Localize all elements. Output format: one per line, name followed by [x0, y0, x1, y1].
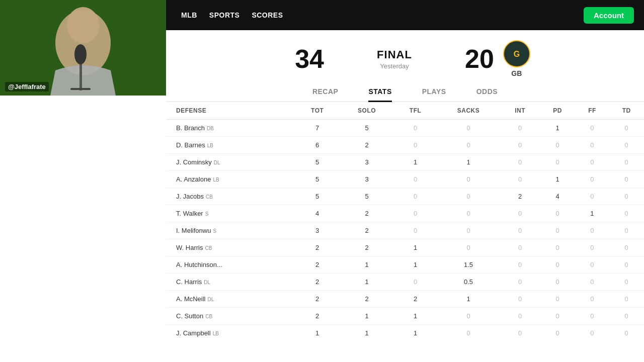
player-name: C. HarrisDL — [166, 274, 295, 291]
stat-cell: 0 — [540, 325, 576, 339]
stat-cell: 0 — [436, 222, 501, 239]
stat-cell: 5 — [339, 188, 394, 205]
table-row: B. BranchDB75000100 — [166, 120, 644, 137]
right-team-section: 20 G GB — [465, 40, 530, 77]
stat-cell: 0 — [394, 120, 436, 137]
defense-table: DEFENSE TOT SOLO TFL SACKS INT PD FF TD … — [166, 102, 644, 338]
stat-cell: 0 — [436, 188, 501, 205]
left-team-score: 34 — [280, 44, 324, 74]
stat-cell: 3 — [339, 171, 394, 188]
player-name: D. BarnesLB — [166, 137, 295, 154]
stat-cell: 0 — [609, 291, 644, 308]
stat-cell: 2 — [339, 291, 394, 308]
stat-cell: 0 — [501, 308, 540, 325]
stats-tabs: RECAP STATS PLAYS ODDS — [166, 82, 644, 102]
stat-cell: 0 — [436, 325, 501, 339]
stat-cell: 0 — [540, 154, 576, 171]
stat-cell: 0 — [394, 274, 436, 291]
stat-cell: 0 — [576, 308, 609, 325]
stat-cell: 0 — [609, 256, 644, 274]
tab-plays[interactable]: PLAYS — [422, 82, 446, 102]
score-center: FINAL Yesterday — [354, 48, 435, 70]
player-name: T. WalkerS — [166, 205, 295, 222]
col-tot: TOT — [295, 102, 339, 120]
col-pd: PD — [540, 102, 576, 120]
stat-cell: 2 — [501, 188, 540, 205]
stat-cell: 5 — [339, 120, 394, 137]
col-sacks: SACKS — [436, 102, 501, 120]
stat-cell: 0 — [609, 154, 644, 171]
stat-cell: 0 — [576, 120, 609, 137]
stat-cell: 0 — [609, 239, 644, 256]
stat-cell: 2 — [339, 222, 394, 239]
game-date: Yesterday — [354, 62, 435, 70]
stat-cell: 0 — [436, 137, 501, 154]
stat-cell: 0 — [501, 120, 540, 137]
player-name: A. McNeillDL — [166, 291, 295, 308]
tab-recap[interactable]: RECAP — [312, 82, 339, 102]
player-name: I. MelifonwuS — [166, 222, 295, 239]
nav-scores[interactable]: SCORES — [252, 11, 283, 19]
col-tfl: TFL — [394, 102, 436, 120]
stat-cell: 0 — [576, 154, 609, 171]
player-name: A. AnzaloneLB — [166, 171, 295, 188]
stat-cell: 0 — [540, 256, 576, 274]
stat-cell: 0 — [394, 188, 436, 205]
stat-cell: 0 — [540, 308, 576, 325]
stat-cell: 1 — [540, 120, 576, 137]
stat-cell: 2 — [295, 274, 339, 291]
person-silhouette — [0, 0, 166, 96]
stat-cell: 0 — [501, 154, 540, 171]
nav-mlb[interactable]: MLB — [181, 11, 197, 19]
player-name: C. SuttonCB — [166, 308, 295, 325]
stat-cell: 0 — [609, 274, 644, 291]
stat-cell: 0 — [576, 325, 609, 339]
table-row: C. SuttonCB21100000 — [166, 308, 644, 325]
stat-cell: 0 — [501, 171, 540, 188]
table-row: A. McNeillDL22210000 — [166, 291, 644, 308]
col-ff: FF — [576, 102, 609, 120]
stat-cell: 0 — [609, 120, 644, 137]
stat-cell: 2 — [339, 205, 394, 222]
stat-cell: 7 — [295, 120, 339, 137]
stat-cell: 0 — [436, 120, 501, 137]
stats-container: DEFENSE TOT SOLO TFL SACKS INT PD FF TD … — [166, 102, 644, 338]
svg-rect-5 — [70, 88, 91, 90]
streamer-username: @JeffIafrate — [5, 82, 49, 92]
stat-cell: 5 — [295, 154, 339, 171]
stat-cell: 0 — [436, 239, 501, 256]
stat-cell: 1 — [339, 308, 394, 325]
stat-cell: 0 — [394, 205, 436, 222]
stat-cell: 0 — [540, 137, 576, 154]
stat-cell: 0 — [609, 137, 644, 154]
stat-cell: 0 — [436, 308, 501, 325]
stat-cell: 0 — [609, 171, 644, 188]
stat-cell: 0 — [540, 274, 576, 291]
main-nav: MLB SPORTS SCORES — [181, 11, 283, 19]
stat-cell: 0 — [576, 188, 609, 205]
col-solo: SOLO — [339, 102, 394, 120]
stat-cell: 2 — [295, 308, 339, 325]
account-button[interactable]: Account — [584, 7, 634, 24]
stat-cell: 2 — [295, 239, 339, 256]
col-int: INT — [501, 102, 540, 120]
stat-cell: 1 — [540, 171, 576, 188]
game-status: FINAL — [354, 48, 435, 61]
stat-cell: 2 — [295, 256, 339, 274]
team-abbreviation: GB — [511, 69, 522, 77]
stat-cell: 1 — [339, 256, 394, 274]
stat-cell: 0 — [576, 239, 609, 256]
tab-odds[interactable]: ODDS — [476, 82, 498, 102]
player-name: W. HarrisCB — [166, 239, 295, 256]
stat-cell: 2 — [394, 291, 436, 308]
stat-cell: 0 — [501, 291, 540, 308]
svg-text:G: G — [514, 50, 520, 58]
stat-cell: 0 — [501, 325, 540, 339]
nav-sports[interactable]: SPORTS — [209, 11, 240, 19]
stat-cell: 0 — [540, 222, 576, 239]
table-row: J. CampbellLB11100000 — [166, 325, 644, 339]
table-row: A. AnzaloneLB53000100 — [166, 171, 644, 188]
tab-stats[interactable]: STATS — [368, 82, 391, 102]
stat-cell: 1 — [576, 205, 609, 222]
stat-cell: 2 — [339, 137, 394, 154]
